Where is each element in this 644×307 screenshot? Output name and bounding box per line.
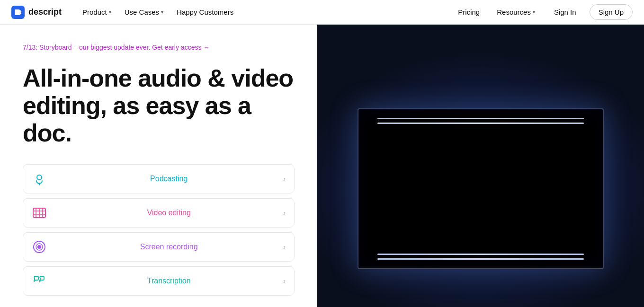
logo-text: descript bbox=[28, 7, 62, 17]
nav-resources-label: Resources bbox=[497, 8, 531, 16]
audio-box-btmbar-1 bbox=[377, 254, 584, 255]
audio-box-btmbar-2 bbox=[377, 258, 584, 260]
nav-happy-customers-label: Happy Customers bbox=[177, 8, 233, 16]
audio-box-topbar-2 bbox=[377, 123, 584, 124]
video-editing-icon bbox=[32, 205, 47, 220]
nav-product-label: Product bbox=[82, 8, 107, 16]
announcement-text: 7/13: Storyboard – our biggest update ev… bbox=[23, 44, 210, 51]
transcription-label: Transcription bbox=[54, 277, 283, 285]
chevron-down-icon: ▾ bbox=[109, 9, 111, 15]
signup-button[interactable]: Sign Up bbox=[590, 4, 633, 20]
audio-display-box: AUDIO bbox=[358, 108, 604, 269]
nav-left-items: Product ▾ Use Cases ▾ Happy Customers bbox=[77, 5, 452, 19]
nav-item-product[interactable]: Product ▾ bbox=[77, 5, 117, 19]
nav-item-use-cases[interactable]: Use Cases ▾ bbox=[119, 5, 169, 19]
feature-card-podcasting[interactable]: Podcasting › bbox=[23, 164, 295, 193]
video-editing-label: Video editing bbox=[54, 209, 283, 217]
announcement-banner[interactable]: 7/13: Storyboard – our biggest update ev… bbox=[23, 44, 295, 51]
podcasting-label: Podcasting bbox=[54, 175, 283, 183]
chevron-right-icon: › bbox=[283, 209, 286, 217]
feature-card-screen-recording[interactable]: Screen recording › bbox=[23, 232, 295, 262]
hero-title: All-in-one audio & video editing, as eas… bbox=[23, 64, 295, 147]
screen-recording-label: Screen recording bbox=[54, 243, 283, 251]
svg-point-1 bbox=[37, 175, 42, 180]
feature-cards-list: Podcasting › Video editing › bbox=[23, 164, 295, 296]
logo[interactable]: descript bbox=[11, 6, 62, 19]
audio-box-topbar-1 bbox=[377, 118, 584, 119]
signin-button[interactable]: Sign In bbox=[546, 5, 584, 19]
video-panel: AUDIO Play with sound bbox=[317, 25, 644, 307]
nav-right-items: Pricing Resources ▾ Sign In Sign Up bbox=[452, 4, 633, 20]
nav-item-pricing[interactable]: Pricing bbox=[452, 5, 485, 19]
audio-title-text: AUDIO bbox=[395, 166, 566, 211]
svg-point-10 bbox=[37, 245, 41, 249]
transcription-icon bbox=[32, 273, 47, 289]
screen-recording-icon bbox=[32, 239, 47, 254]
nav-pricing-label: Pricing bbox=[458, 8, 480, 16]
navbar: descript Product ▾ Use Cases ▾ Happy Cus… bbox=[0, 0, 644, 25]
nav-item-happy-customers[interactable]: Happy Customers bbox=[171, 5, 239, 19]
signup-label: Sign Up bbox=[599, 8, 624, 16]
chevron-down-icon: ▾ bbox=[533, 9, 535, 15]
main-layout: 7/13: Storyboard – our biggest update ev… bbox=[0, 25, 644, 307]
chevron-down-icon: ▾ bbox=[161, 9, 163, 15]
feature-card-video-editing[interactable]: Video editing › bbox=[23, 198, 295, 228]
nav-item-resources[interactable]: Resources ▾ bbox=[491, 5, 541, 19]
video-container: AUDIO Play with sound bbox=[317, 25, 644, 307]
signin-label: Sign In bbox=[554, 8, 576, 16]
podcasting-icon bbox=[32, 171, 47, 186]
left-panel: 7/13: Storyboard – our biggest update ev… bbox=[0, 25, 317, 307]
descript-logo-icon bbox=[11, 6, 25, 19]
chevron-right-icon: › bbox=[283, 243, 286, 251]
nav-use-cases-label: Use Cases bbox=[125, 8, 159, 16]
feature-card-transcription[interactable]: Transcription › bbox=[23, 266, 295, 296]
chevron-right-icon: › bbox=[283, 277, 286, 285]
chevron-right-icon: › bbox=[283, 175, 286, 183]
